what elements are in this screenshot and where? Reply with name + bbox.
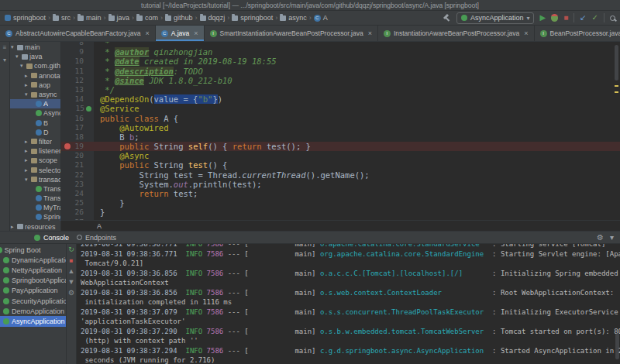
run-config-item-demoapplication[interactable]: DemoApplication	[0, 306, 66, 316]
breadcrumb-item-com[interactable]: com	[136, 14, 158, 22]
editor-tab[interactable]: CAbstractAutowireCapableBeanFactory.java…	[0, 26, 156, 41]
breadcrumb-item-A[interactable]: CA	[314, 14, 328, 22]
code-line[interactable]: 15@Service	[61, 104, 620, 113]
editor-tab[interactable]: IBeanPostProcessor.java×	[535, 26, 620, 41]
tree-item-resources[interactable]: ▸resources	[10, 222, 60, 231]
tree-item-d[interactable]: D	[10, 128, 60, 137]
tree-item-listener[interactable]: ▸listener	[10, 146, 60, 156]
code-line[interactable]: 9 * @author qinzhongjian	[61, 47, 620, 57]
scroll-up-icon[interactable]: ▲	[68, 268, 75, 275]
tree-expand-icon[interactable]: ▾	[25, 91, 29, 98]
editor-breadcrumb[interactable]: A	[61, 220, 620, 231]
run-button[interactable]: ▶	[539, 14, 546, 22]
project-toolwindow-icon[interactable]: ≡	[3, 45, 7, 51]
breadcrumb-item-async[interactable]: async	[280, 14, 307, 22]
tree-item-transactionconfig[interactable]: TransactionConfig	[10, 194, 60, 203]
run-config-item-payapplication[interactable]: PayApplication	[0, 286, 66, 296]
close-tab-icon[interactable]: ×	[524, 29, 528, 37]
tree-item-com-github-dqqzj-springboot[interactable]: ▾com.github.dqqzj.springboot	[10, 61, 60, 70]
console-output[interactable]: 2019-08-31 09:38:36.771 INFO 7586 --- [ …	[77, 244, 620, 364]
tree-expand-icon[interactable]: ▸	[25, 73, 29, 79]
editor-scrollbar-thumb[interactable]	[615, 45, 618, 81]
code-scroll-area[interactable]: 8 *9 * @author qinzhongjian10 * @date cr…	[61, 42, 620, 220]
breadcrumb-item-dqqzj[interactable]: dqqzj	[200, 14, 226, 22]
scroll-down-icon[interactable]: ▼	[68, 279, 75, 286]
code-line[interactable]: 22 String test = Thread.currentThread().…	[61, 170, 620, 180]
code-line[interactable]: 25 }	[61, 198, 620, 208]
run-config-item-securityapplication[interactable]: SecurityApplication	[0, 296, 66, 306]
tree-expand-icon[interactable]: ▾	[11, 44, 16, 50]
code-line[interactable]: 16public class A {	[61, 114, 620, 123]
tree-item-selector[interactable]: ▸selector	[10, 165, 60, 174]
editor-tab[interactable]: IInstantiationAwareBeanPostProcessor.jav…	[378, 26, 535, 41]
console-scrollbar-thumb[interactable]	[615, 333, 619, 359]
tree-expand-icon[interactable]: ▸	[11, 224, 16, 230]
code-line[interactable]: 17 @Autowired	[61, 123, 620, 132]
breadcrumb-item-springboot[interactable]: springboot	[5, 14, 46, 22]
hide-panel-icon[interactable]: ▾	[610, 234, 614, 242]
tree-item-filter[interactable]: ▸filter	[10, 137, 60, 146]
run-configuration-select[interactable]: AsyncApplication ▾	[456, 12, 535, 24]
run-config-item-asyncapplication[interactable]: AsyncApplication	[0, 316, 66, 326]
close-tab-icon[interactable]: ×	[145, 29, 149, 37]
code-line[interactable]: 26}	[61, 208, 620, 217]
code-line[interactable]: 19 public String self() { return test();…	[61, 142, 620, 151]
breadcrumb-item-main[interactable]: main	[78, 14, 102, 22]
breadcrumb-item-java[interactable]: java	[108, 14, 130, 22]
run-config-item-nettyapplication[interactable]: NettyApplication	[0, 265, 66, 275]
code-line[interactable]: 21 public String test() {	[61, 160, 620, 170]
editor-tab[interactable]: ISmartInstantiationAwareBeanPostProcesso…	[205, 26, 378, 41]
stop-button[interactable]: ■	[563, 14, 568, 22]
tree-expand-icon[interactable]: ▸	[25, 148, 29, 154]
build-hammer-icon[interactable]	[443, 14, 451, 22]
breadcrumb-item-src[interactable]: src	[53, 14, 71, 22]
tree-item-a[interactable]: A	[10, 99, 60, 108]
run-config-item-springbootapplication[interactable]: SpringbootApplication	[0, 276, 66, 286]
breakpoint-icon[interactable]	[64, 143, 71, 149]
close-tab-icon[interactable]: ×	[368, 29, 372, 37]
tree-item-async[interactable]: ▾async	[10, 90, 60, 99]
tree-item-main[interactable]: ▾main	[10, 43, 60, 52]
tree-expand-icon[interactable]: ▸	[25, 139, 29, 145]
structure-toolwindow-icon[interactable]: ▾	[3, 57, 6, 64]
code-line[interactable]: 24 return test;	[61, 189, 620, 198]
code-line[interactable]: 23 System.out.println(test);	[61, 180, 620, 189]
tab-console[interactable]: Console	[34, 234, 69, 242]
breadcrumb-item-springboot[interactable]: springboot	[232, 14, 273, 22]
tree-item-java[interactable]: ▾java	[10, 52, 60, 61]
code-line[interactable]: 12 * @since JDK 1.8.0_212-b10	[61, 76, 620, 85]
run-config-item-spring-boot[interactable]: ▾Spring Boot	[0, 245, 66, 255]
rerun-icon[interactable]: ↻	[68, 246, 74, 253]
console-settings-icon[interactable]: ⚙	[68, 290, 74, 297]
code-line[interactable]: 10 * @date created in 2019-08-19 18:55	[61, 57, 620, 66]
tree-expand-icon[interactable]: ▾	[20, 63, 25, 69]
editor-scrollbar[interactable]	[615, 45, 619, 93]
tree-item-springtransaction[interactable]: SpringTransaction	[10, 212, 60, 221]
tree-expand-icon[interactable]: ▸	[25, 157, 29, 163]
stop-icon[interactable]: ■	[70, 257, 74, 264]
tab-endpoints[interactable]: Endpoints	[77, 234, 116, 242]
code-line[interactable]: 20 @Async	[61, 151, 620, 160]
gear-icon[interactable]: ⚙	[597, 234, 604, 242]
tree-item-aop[interactable]: ▸aop	[10, 81, 60, 90]
tree-item-scope[interactable]: ▸scope	[10, 156, 60, 165]
code-line[interactable]: 18 B b;	[61, 132, 620, 142]
editor-tab[interactable]: CA.java×	[156, 26, 205, 41]
git-update-button[interactable]: ↙	[580, 14, 586, 22]
code-line[interactable]: 11 * @description: TODO	[61, 67, 620, 76]
search-icon[interactable]	[610, 15, 615, 21]
git-commit-button[interactable]: ✓	[592, 14, 598, 22]
run-config-item-dynamicapplication[interactable]: DynamicApplication	[0, 255, 66, 265]
tree-expand-icon[interactable]: ▸	[25, 167, 29, 173]
tree-item-asyncapplication[interactable]: AsyncApplication	[10, 108, 60, 118]
tree-item-mytransaction[interactable]: MyTransaction	[10, 203, 60, 212]
tree-expand-icon[interactable]: ▾	[25, 177, 29, 183]
code-line[interactable]: 14@DependsOn(value = {"b"})	[61, 94, 620, 104]
tree-item-transaction[interactable]: ▾transaction	[10, 175, 60, 184]
code-line[interactable]: 8 *	[61, 42, 620, 47]
tree-expand-icon[interactable]: ▸	[25, 82, 29, 88]
code-line[interactable]: 13 */	[61, 85, 620, 94]
close-tab-icon[interactable]: ×	[194, 29, 198, 37]
tree-item-transactionapplication[interactable]: TransactionApplication	[10, 184, 60, 194]
breadcrumb-item-github[interactable]: github	[165, 14, 193, 22]
